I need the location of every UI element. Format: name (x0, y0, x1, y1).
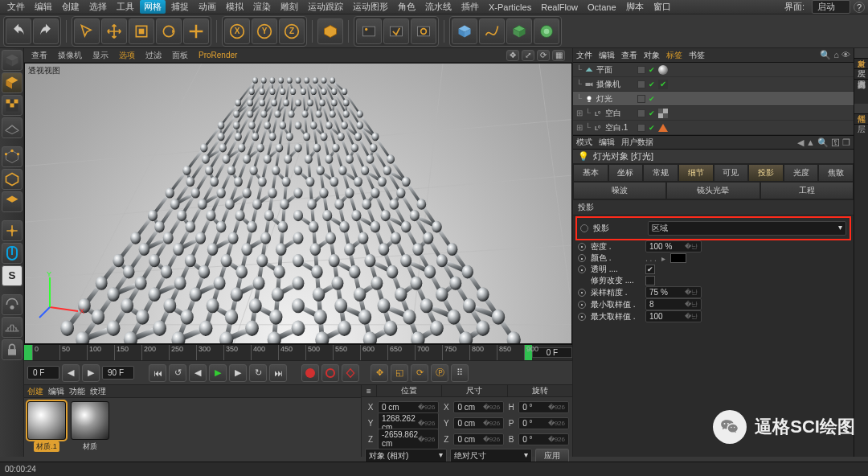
rotate-tool[interactable] (156, 18, 182, 44)
side-tab-layers[interactable]: 层次 (854, 59, 869, 69)
polygons-mode-button[interactable] (2, 191, 23, 212)
vp-zoom-icon[interactable]: ⤢ (522, 50, 534, 61)
attr-lock-icon[interactable]: ⚿ (831, 137, 840, 148)
attr-search-icon[interactable]: 🔍 (817, 137, 829, 148)
menu-script[interactable]: 脚本 (622, 0, 648, 14)
material-thumb-1[interactable] (27, 401, 66, 440)
attr-tab[interactable]: 光度 (784, 164, 819, 182)
record-button[interactable] (301, 364, 319, 382)
attr-bullet[interactable]: • (578, 313, 586, 321)
scale-tool[interactable] (129, 18, 154, 44)
render-settings-button[interactable] (411, 18, 436, 44)
om-edit[interactable]: 编辑 (599, 50, 615, 61)
add-deformer-button[interactable] (534, 18, 559, 44)
side-tab-browser[interactable]: 内容浏览器 (854, 69, 869, 80)
menu-mograph[interactable]: 运动图形 (349, 0, 392, 14)
object-tree[interactable]: └平面 ✔ └摄像机 ✔ ✔ └灯光 ✔ ⊞└L⁰空白 ✔ ⊞└L⁰空白.1 ✔ (573, 63, 854, 135)
coord-cell[interactable]: -2659.862 cm�926 (378, 429, 439, 449)
layout-dropdown[interactable]: 启动 (812, 0, 850, 14)
attr-tab[interactable]: 可见 (714, 164, 749, 182)
material-thumb-2[interactable] (71, 401, 109, 440)
mat-menu-function[interactable]: 功能 (69, 386, 85, 397)
menu-xparticles[interactable]: X-Particles (485, 2, 535, 13)
attr-checkbox[interactable]: ✔ (645, 265, 655, 274)
viewport-solo-button[interactable] (2, 243, 23, 264)
menu-tracker[interactable]: 运动跟踪 (304, 0, 347, 14)
coord-cell[interactable]: 0 cm�926 (378, 401, 439, 413)
vp-panel-menu[interactable]: 面板 (168, 49, 192, 62)
coord-system-button[interactable] (317, 18, 343, 44)
om-object[interactable]: 对象 (644, 50, 660, 61)
next-frame-button[interactable]: ▶ (229, 364, 247, 382)
attr-bullet[interactable]: • (578, 301, 586, 309)
mat-menu-texture[interactable]: 纹理 (90, 386, 106, 397)
om-search-icon[interactable]: 🔍 (820, 50, 831, 60)
menu-simulate[interactable]: 模拟 (222, 0, 248, 14)
coord-cell[interactable]: 0 °�926 (518, 417, 569, 429)
axis-z-toggle[interactable]: Z (279, 18, 305, 44)
prev-range-button[interactable]: ◀ (62, 364, 80, 382)
attr-value-field[interactable]: 8�난 (645, 298, 702, 310)
play-button[interactable]: ▶ (209, 364, 227, 382)
workplane-button[interactable] (2, 317, 23, 338)
frame-start-field[interactable]: 0 F (27, 366, 59, 380)
prev-key-button[interactable]: ↺ (169, 364, 186, 382)
axis-x-toggle[interactable]: X (224, 18, 250, 44)
render-pv-button[interactable] (383, 18, 409, 44)
next-range-button[interactable]: ▶ (82, 364, 100, 382)
om-eye-icon[interactable]: 👁 (841, 50, 850, 60)
menu-plugins[interactable]: 插件 (457, 0, 483, 14)
model-mode-button[interactable] (2, 72, 23, 93)
attr-tab[interactable]: 焦散 (818, 164, 854, 182)
menu-edit[interactable]: 编辑 (31, 0, 56, 14)
param-key-button[interactable]: Ⓟ (431, 364, 448, 382)
attr-edit[interactable]: 编辑 (599, 137, 615, 148)
prev-frame-button[interactable]: ◀ (189, 364, 207, 382)
vp-camera-menu[interactable]: 摄像机 (54, 49, 86, 62)
keysel-button[interactable] (342, 364, 359, 382)
workplane-mode-button[interactable] (2, 117, 23, 138)
axis-mode-button[interactable] (2, 220, 23, 241)
attr-color-swatch[interactable] (670, 253, 686, 263)
rot-key-button[interactable]: ⟳ (411, 364, 428, 382)
coord-cell[interactable]: 0 cm�926 (453, 401, 504, 413)
snap-button[interactable]: S (2, 265, 23, 286)
texture-mode-button[interactable] (2, 95, 23, 116)
om-tags[interactable]: 标签 (666, 50, 682, 61)
attr-tab[interactable]: 常规 (643, 164, 678, 182)
points-mode-button[interactable] (2, 146, 23, 167)
attr-userdata[interactable]: 用户数据 (621, 137, 653, 148)
attr-bullet[interactable]: • (578, 265, 586, 273)
menu-create[interactable]: 创建 (58, 0, 84, 14)
axis-y-toggle[interactable]: Y (252, 18, 277, 44)
edges-mode-button[interactable] (2, 169, 23, 190)
redo-button[interactable] (33, 18, 59, 44)
menu-realflow[interactable]: RealFlow (537, 2, 582, 13)
menu-tools[interactable]: 工具 (113, 0, 138, 14)
pla-key-button[interactable]: ⠿ (451, 364, 469, 382)
attr-bullet[interactable]: • (578, 289, 586, 297)
side-tab-objects[interactable]: 对象 (854, 48, 869, 59)
attr-tab[interactable]: 投影 (748, 164, 784, 182)
coord-cell[interactable]: 0 cm�926 (453, 433, 504, 445)
attr-tab[interactable]: 坐标 (608, 164, 644, 182)
add-generator-button[interactable] (506, 18, 532, 44)
material-item-1[interactable]: 材质.1 (27, 401, 66, 452)
attr-shadow-dropdown[interactable]: 区域▾ (648, 221, 846, 236)
pos-key-button[interactable]: ✥ (371, 364, 388, 382)
recent-tool[interactable] (183, 18, 209, 44)
mat-menu-create[interactable]: 创建 (27, 386, 43, 397)
move-tool[interactable] (101, 18, 127, 44)
add-spline-button[interactable] (479, 18, 505, 44)
add-cube-button[interactable] (452, 18, 477, 44)
object-row[interactable]: └平面 ✔ (573, 63, 854, 77)
attr-up-icon[interactable]: ▲ (806, 137, 815, 148)
attr-tab[interactable]: 工程 (760, 182, 854, 199)
menu-octane[interactable]: Octane (583, 2, 620, 13)
attr-prev-icon[interactable]: ◀ (797, 137, 804, 148)
attr-tab[interactable]: 基本 (573, 164, 608, 182)
om-home-icon[interactable]: ⌂ (833, 50, 839, 60)
attr-new-icon[interactable]: ❐ (842, 137, 850, 148)
menu-window[interactable]: 窗口 (649, 0, 675, 14)
menu-render[interactable]: 渲染 (249, 0, 275, 14)
